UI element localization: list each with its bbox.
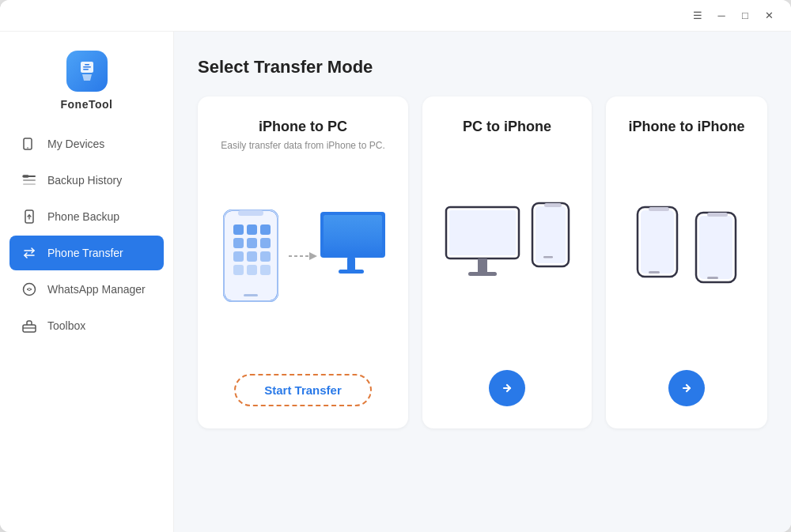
svg-rect-26 — [247, 251, 257, 262]
svg-rect-29 — [247, 265, 257, 275]
arrow-right-icon-2 — [679, 380, 694, 396]
logo-area: FoneTool — [0, 32, 173, 126]
svg-rect-7 — [23, 179, 36, 181]
page-title: Select Transfer Mode — [198, 57, 767, 77]
titlebar: ☰ ─ □ ✕ — [0, 0, 791, 32]
sidebar-item-my-devices[interactable]: My Devices — [9, 126, 164, 161]
iphone-to-pc-svg — [216, 194, 390, 321]
card-iphone-to-pc[interactable]: iPhone to PC Easily transfer data from i… — [198, 96, 408, 428]
svg-rect-19 — [233, 224, 244, 235]
sidebar-item-whatsapp-manager[interactable]: WhatsApp Manager — [9, 272, 164, 307]
svg-point-13 — [24, 284, 36, 296]
transfer-icon — [21, 244, 38, 262]
svg-rect-45 — [544, 203, 562, 207]
iphone-to-iphone-button[interactable] — [668, 370, 705, 406]
cards-container: iPhone to PC Easily transfer data from i… — [198, 96, 767, 428]
svg-rect-2 — [83, 69, 89, 70]
content-area: Select Transfer Mode iPhone to PC Easily… — [174, 32, 791, 532]
svg-rect-0 — [85, 64, 89, 66]
svg-rect-28 — [233, 265, 244, 275]
main-layout: FoneTool My Devices — [0, 32, 791, 532]
pc-to-iphone-svg — [440, 195, 574, 306]
device-icon — [21, 135, 38, 153]
sidebar-item-backup-history[interactable]: Backup History — [9, 163, 164, 198]
sidebar: FoneTool My Devices — [0, 32, 174, 532]
svg-rect-18 — [238, 210, 263, 216]
arrow-right-icon — [499, 380, 515, 396]
svg-rect-49 — [649, 207, 669, 211]
svg-rect-38 — [339, 270, 364, 274]
svg-rect-48 — [641, 210, 674, 274]
logo-icon — [66, 51, 108, 92]
minimize-icon: ─ — [717, 9, 725, 21]
svg-rect-27 — [260, 251, 271, 262]
card-pc-to-iphone-action[interactable] — [489, 357, 525, 406]
svg-rect-36 — [324, 215, 382, 255]
card-pc-to-iphone[interactable]: PC to iPhone — [422, 96, 592, 428]
logo-text: FoneTool — [61, 98, 113, 111]
sidebar-item-phone-transfer-label: Phone Transfer — [47, 247, 123, 259]
maximize-button[interactable]: □ — [734, 5, 756, 27]
svg-rect-42 — [468, 272, 497, 276]
start-transfer-button[interactable]: Start Transfer — [234, 374, 372, 406]
svg-rect-21 — [260, 224, 271, 235]
sidebar-item-phone-backup-label: Phone Backup — [47, 210, 119, 223]
maximize-icon: □ — [742, 9, 748, 21]
svg-rect-53 — [707, 213, 728, 217]
sidebar-item-phone-backup[interactable]: Phone Backup — [9, 199, 164, 234]
iphone-to-iphone-svg — [623, 195, 750, 306]
card-iphone-to-pc-subtitle: Easily transfer data from iPhone to PC. — [215, 140, 391, 151]
sidebar-item-whatsapp-label: WhatsApp Manager — [47, 283, 146, 296]
sidebar-item-toolbox[interactable]: Toolbox — [9, 308, 164, 343]
svg-rect-37 — [347, 258, 355, 270]
card-pc-to-iphone-image — [440, 162, 574, 338]
svg-rect-22 — [233, 238, 244, 248]
svg-rect-24 — [260, 238, 271, 248]
svg-point-4 — [27, 147, 28, 149]
nav-list: My Devices Backup History — [0, 126, 173, 516]
backup-history-icon — [21, 172, 38, 189]
svg-rect-46 — [543, 256, 553, 258]
minimize-button[interactable]: ─ — [710, 5, 732, 27]
card-iphone-to-iphone-action[interactable] — [668, 357, 705, 406]
toolbox-icon — [21, 317, 38, 334]
sidebar-item-backup-history-label: Backup History — [47, 174, 122, 187]
sidebar-item-my-devices-label: My Devices — [47, 138, 104, 150]
card-iphone-to-pc-action[interactable]: Start Transfer — [234, 361, 372, 406]
whatsapp-icon — [21, 281, 38, 298]
svg-rect-8 — [23, 183, 36, 185]
close-button[interactable]: ✕ — [758, 5, 780, 27]
app-window: ☰ ─ □ ✕ — [0, 0, 791, 532]
pc-to-iphone-button[interactable] — [489, 370, 525, 406]
card-iphone-to-iphone-title: iPhone to iPhone — [623, 119, 750, 135]
menu-icon: ☰ — [693, 9, 702, 21]
sidebar-item-toolbox-label: Toolbox — [47, 319, 85, 332]
close-icon: ✕ — [765, 9, 774, 21]
svg-rect-30 — [260, 265, 271, 275]
svg-rect-44 — [536, 206, 566, 263]
card-pc-to-iphone-title: PC to iPhone — [440, 119, 574, 135]
menu-button[interactable]: ☰ — [687, 5, 709, 27]
svg-rect-50 — [649, 271, 660, 274]
logo-svg — [74, 58, 100, 84]
phone-backup-icon — [21, 208, 38, 225]
svg-rect-54 — [707, 277, 718, 279]
card-iphone-to-pc-title: iPhone to PC — [215, 119, 391, 135]
svg-rect-31 — [244, 294, 258, 296]
svg-rect-20 — [247, 224, 257, 235]
svg-rect-9 — [23, 175, 36, 177]
svg-rect-1 — [83, 66, 91, 68]
svg-rect-52 — [699, 216, 732, 279]
svg-rect-40 — [449, 210, 516, 255]
card-iphone-to-iphone-image — [623, 162, 750, 338]
svg-marker-33 — [309, 252, 317, 260]
card-iphone-to-iphone[interactable]: iPhone to iPhone — [606, 96, 767, 428]
svg-rect-23 — [247, 238, 257, 248]
svg-rect-41 — [478, 258, 487, 273]
svg-rect-25 — [233, 251, 244, 262]
sidebar-item-phone-transfer[interactable]: Phone Transfer — [9, 236, 164, 270]
card-iphone-to-pc-image — [215, 173, 391, 342]
